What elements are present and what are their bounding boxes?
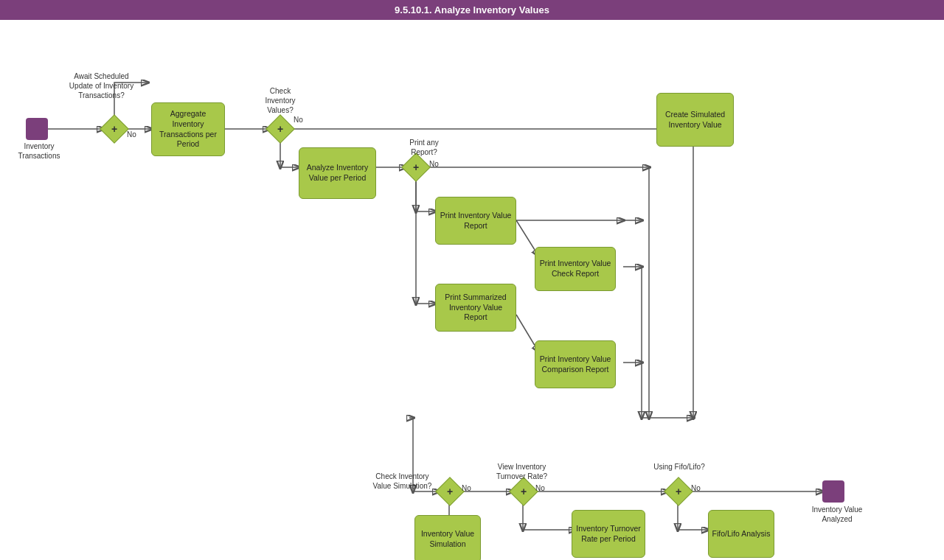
create-simulated-node: Create Simulated Inventory Value [656, 93, 734, 147]
print-inventory-node: Print Inventory Value Report [435, 197, 516, 245]
check-sim-no-label: No [462, 484, 471, 492]
check-inv-no-label: No [294, 116, 303, 124]
using-fifo-label: Using Fifo/Lifo? [653, 462, 705, 472]
end-node [822, 480, 844, 503]
print-no-label: No [429, 160, 439, 168]
title-bar: 9.5.10.1. Analyze Inventory Values [0, 0, 944, 20]
await-label: Await Scheduled Update of Inventory Tran… [66, 71, 136, 100]
diagram-area: Inventory Transactions + Await Scheduled… [0, 20, 944, 560]
await-no-label: No [127, 130, 136, 139]
gateway-print-icon: + [413, 161, 419, 173]
gateway-turnover-icon: + [521, 486, 527, 497]
gateway-await: + [100, 114, 129, 144]
inv-value-sim-node: Inventory Value Simulation [414, 515, 481, 560]
gateway-check-sim: + [435, 477, 465, 506]
gateway-check-inv-icon: + [277, 123, 283, 135]
analyze-node: Analyze Inventory Value per Period [299, 147, 376, 199]
print-check-node: Print Inventory Value Check Report [535, 247, 616, 291]
inventory-analyzed-label: Inventory Value Analyzed [811, 505, 863, 524]
aggregate-node: Aggregate Inventory Transactions per Per… [151, 102, 225, 156]
gateway-fifo-icon: + [676, 486, 681, 497]
check-inv-values-label: Check Inventory Values? [254, 86, 306, 115]
inventory-transactions-label: Inventory Transactions [13, 141, 65, 161]
start-node [26, 118, 48, 140]
gateway-turnover: + [509, 477, 538, 506]
gateway-print: + [401, 153, 431, 182]
gateway-check-inv: + [266, 114, 295, 144]
turnover-rate-node: Inventory Turnover Rate per Period [572, 510, 645, 558]
view-turnover-label: View Inventory Turnover Rate? [490, 462, 553, 481]
fifo-no-label: No [691, 484, 701, 492]
gateway-check-sim-icon: + [447, 486, 453, 497]
gateway-fifo: + [664, 477, 693, 506]
check-sim-label: Check Inventory Value Simulation? [367, 472, 437, 491]
gateway-await-icon: + [111, 123, 117, 135]
title-text: 9.5.10.1. Analyze Inventory Values [395, 4, 549, 15]
fifo-lifo-node: Fifo/Lifo Analysis [708, 510, 774, 558]
turnover-no-label: No [535, 484, 545, 492]
print-any-label: Print any Report? [398, 138, 450, 157]
print-comparison-node: Print Inventory Value Comparison Report [535, 340, 616, 388]
print-summarized-node: Print Summarized Inventory Value Report [435, 284, 516, 332]
